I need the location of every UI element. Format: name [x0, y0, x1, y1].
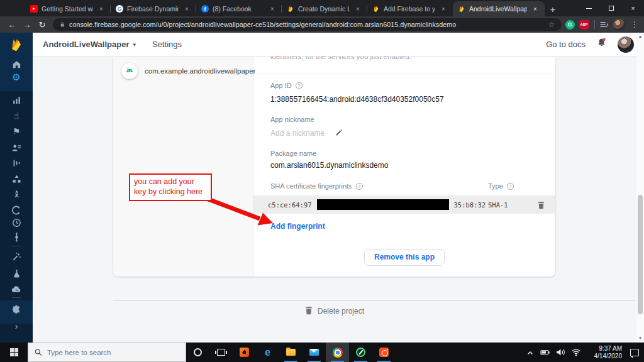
battery-icon[interactable]	[540, 348, 550, 356]
tab-dynamic-links-docs[interactable]: G Firebase Dynamic Links ×	[111, 1, 196, 16]
windows-taskbar: e 9:37 AM 4/14/2020	[0, 343, 644, 362]
sidebar-in-app-messaging-icon[interactable]: ☝	[0, 111, 33, 121]
sidebar-funnel-icon[interactable]	[0, 158, 33, 168]
sidebar-cloud-messaging-icon[interactable]	[0, 283, 33, 295]
office-button[interactable]	[233, 343, 256, 362]
help-icon[interactable]: ?	[296, 82, 303, 89]
project-selector[interactable]: AndroidLiveWallpaper	[43, 40, 129, 49]
scrolled-description-text: identifiers, for the services you just e…	[270, 57, 545, 60]
volume-icon[interactable]	[556, 348, 565, 356]
tab-close-icon[interactable]: ×	[439, 6, 448, 13]
header-right: Go to docs	[546, 36, 634, 53]
taskbar-search[interactable]	[28, 343, 186, 362]
sidebar-ab-testing-flask-icon[interactable]	[0, 268, 33, 279]
sidebar-expand-chevron-icon[interactable]: ›	[0, 321, 33, 331]
sidebar-audiences-icon[interactable]	[0, 142, 33, 153]
window-controls: ×	[578, 0, 644, 16]
tab-add-firebase[interactable]: Add Firebase to your A ×	[367, 1, 453, 16]
search-input[interactable]	[47, 349, 179, 356]
back-button[interactable]: ←	[5, 20, 19, 30]
start-button[interactable]	[0, 343, 28, 362]
tab-close-icon[interactable]: ×	[531, 6, 540, 13]
url-text: console.firebase.google.com/u/0/project/…	[69, 21, 545, 28]
cortana-button[interactable]	[186, 343, 209, 362]
search-icon	[35, 348, 42, 356]
office-icon	[240, 348, 249, 357]
firebase-header: AndroidLiveWallpaper ▾ Settings Go to do…	[33, 33, 644, 57]
wifi-icon[interactable]	[571, 348, 581, 356]
sidebar-extensions-puzzle-icon[interactable]	[0, 304, 33, 315]
nickname-placeholder[interactable]: Add a nickname	[270, 129, 325, 138]
sidebar-home-icon[interactable]	[0, 59, 33, 70]
mail-button[interactable]	[303, 343, 326, 362]
tab-close-icon[interactable]: ×	[97, 6, 106, 13]
tab-getting-started[interactable]: Getting Started with Fir ×	[25, 1, 111, 16]
app-settings-card: com.example.androidlivewallpaper identif…	[113, 57, 555, 277]
bookmark-star-icon[interactable]: ☆	[548, 20, 555, 29]
file-explorer-button[interactable]	[279, 343, 303, 362]
minimize-button[interactable]	[578, 0, 600, 16]
scroll-down-icon[interactable]: ▼	[636, 336, 644, 340]
new-tab-button[interactable]: +	[545, 1, 561, 16]
browser-profile-avatar[interactable]	[613, 19, 625, 31]
sidebar-analytics-icon[interactable]	[0, 95, 33, 106]
browser-menu-icon[interactable]: ⋮	[630, 20, 639, 29]
app-list-item[interactable]: com.example.androidlivewallpaper	[113, 57, 253, 85]
help-icon[interactable]: ?	[507, 183, 514, 190]
sidebar-launch-icon[interactable]	[0, 189, 33, 200]
tab-create-dynamic-links[interactable]: Create Dynamic Links o ×	[282, 1, 367, 16]
task-view-button[interactable]	[209, 343, 233, 362]
close-button[interactable]: ×	[622, 0, 644, 16]
action-center-icon[interactable]	[630, 349, 639, 356]
taskbar-clock[interactable]: 9:37 AM 4/14/2020	[589, 345, 622, 360]
edit-pencil-icon[interactable]	[335, 128, 343, 139]
chevron-down-icon[interactable]: ▾	[133, 41, 136, 48]
fingerprint-row[interactable]: c5:ce:64:97 35:b8:32 SHA-1	[253, 195, 555, 214]
tab-androidlivewallpaper-active[interactable]: AndroidLiveWallpaper - ×	[453, 1, 545, 16]
user-avatar[interactable]	[618, 36, 634, 53]
maximize-button[interactable]	[600, 0, 622, 16]
sidebar-settings-gear-icon[interactable]: ⚙	[0, 72, 33, 83]
fingerprint-suffix: 35:b8:32	[454, 201, 486, 209]
sidebar-dynamic-links-icon[interactable]	[0, 205, 33, 216]
google-favicon: G	[116, 5, 123, 13]
type-label: Type?	[488, 182, 514, 190]
app-nickname-label: App nickname	[270, 116, 314, 123]
help-icon[interactable]: ?	[356, 183, 363, 190]
tab-close-icon[interactable]: ×	[268, 6, 277, 13]
divider	[253, 74, 555, 74]
android-studio-button[interactable]	[349, 343, 372, 362]
tray-chevron-up-icon[interactable]	[526, 349, 535, 356]
sidebar-test-lab-icon[interactable]	[0, 232, 33, 243]
firebase-logo-icon[interactable]	[0, 35, 33, 54]
scrollbar-thumb[interactable]	[638, 195, 643, 314]
playlist-extension-icon[interactable]: ☰♪	[600, 21, 608, 29]
camera-app-button[interactable]	[372, 343, 396, 362]
tab-close-icon[interactable]: ×	[182, 6, 191, 13]
edge-button[interactable]: e	[256, 343, 279, 362]
tab-title: (8) Facebook	[213, 5, 264, 13]
delete-project-button[interactable]: Delete project	[113, 305, 555, 317]
tab-title: Firebase Dynamic Links	[127, 5, 179, 13]
forward-button[interactable]: →	[20, 20, 34, 30]
notifications-bell-icon[interactable]	[596, 37, 608, 52]
address-bar[interactable]: console.firebase.google.com/u/0/project/…	[53, 18, 562, 31]
annotation-line1: you can add your	[134, 177, 194, 186]
sidebar-hierarchy-icon[interactable]	[0, 173, 33, 184]
tab-close-icon[interactable]: ×	[353, 6, 362, 13]
chrome-button[interactable]	[326, 343, 349, 362]
page-scrollbar[interactable]: ▲ ▼	[636, 33, 644, 343]
delete-fingerprint-trash-icon[interactable]	[537, 200, 545, 209]
sidebar-flag-icon[interactable]: ⚑	[0, 126, 33, 136]
tab-facebook[interactable]: f (8) Facebook ×	[196, 1, 282, 16]
adblock-extension-icon[interactable]: ABP	[579, 20, 589, 30]
reload-button[interactable]: ↻	[35, 20, 49, 30]
grammarly-extension-icon[interactable]: G	[565, 20, 575, 30]
sidebar-crashlytics-clock-icon[interactable]	[0, 217, 33, 228]
scroll-up-icon[interactable]: ▲	[636, 35, 644, 38]
add-fingerprint-link[interactable]: Add fingerprint	[270, 222, 325, 231]
go-to-docs-link[interactable]: Go to docs	[546, 40, 586, 49]
remove-this-app-button[interactable]: Remove this app	[364, 249, 445, 266]
sidebar-predictions-wand-icon[interactable]	[0, 251, 33, 262]
browser-toolbar: ← → ↻ console.firebase.google.com/u/0/pr…	[0, 16, 644, 33]
